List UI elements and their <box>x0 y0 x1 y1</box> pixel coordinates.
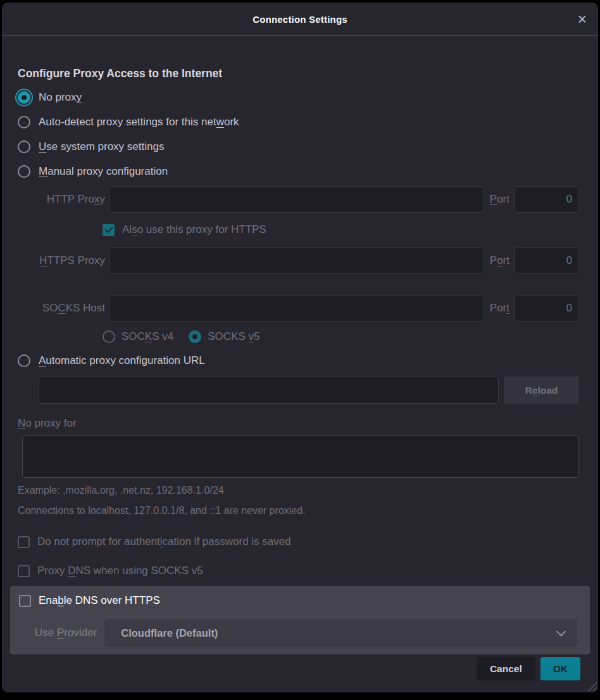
radio-auto-url-label: Automatic proxy configuration URL <box>39 354 205 367</box>
radio-auto-detect-label: Auto-detect proxy settings for this netw… <box>39 116 239 128</box>
page-title: Configure Proxy Access to the Internet <box>18 67 579 80</box>
no-proxy-example-text: Example: .mozilla.org, .net.nz, 192.168.… <box>18 485 579 496</box>
checkbox-enable-doh[interactable] <box>19 595 31 607</box>
close-icon[interactable]: × <box>577 11 587 27</box>
provider-dropdown[interactable]: Cloudflare (Default) <box>104 619 577 647</box>
reload-button[interactable]: Reload <box>504 377 579 404</box>
radio-no-proxy[interactable] <box>18 91 30 104</box>
radio-socks-v4[interactable] <box>103 330 115 343</box>
radio-manual-proxy[interactable] <box>18 165 30 178</box>
checkbox-also-https-label: Also use this proxy for HTTPS <box>122 223 266 236</box>
radio-auto-detect[interactable] <box>18 116 30 128</box>
no-proxy-for-textarea[interactable] <box>22 435 579 478</box>
checkbox-row-enable-doh[interactable]: Enable DNS over HTTPS <box>19 593 577 608</box>
socks-port-input[interactable] <box>514 295 579 322</box>
localhost-note-text: Connections to localhost, 127.0.0.1/8, a… <box>18 505 579 516</box>
http-proxy-input[interactable] <box>109 186 484 213</box>
radio-socks-v5[interactable] <box>189 330 201 343</box>
checkbox-enable-doh-label: Enable DNS over HTTPS <box>39 594 160 607</box>
https-proxy-input[interactable] <box>109 247 484 274</box>
radio-socks-v5-label: SOCKS v5 <box>208 330 259 343</box>
ok-button[interactable]: OK <box>541 657 580 680</box>
radio-row-auto-detect[interactable]: Auto-detect proxy settings for this netw… <box>18 115 579 130</box>
radio-system-proxy-label: Use system proxy settings <box>39 141 164 153</box>
radio-row-no-proxy[interactable]: No proxy <box>18 90 579 105</box>
connection-settings-dialog: Connection Settings × Configure Proxy Ac… <box>2 3 598 692</box>
auto-config-url-input[interactable] <box>39 377 499 404</box>
https-port-label: Port <box>484 254 514 267</box>
radio-row-manual-proxy[interactable]: Manual proxy configuration <box>18 164 579 179</box>
https-port-input[interactable] <box>514 247 579 274</box>
radio-auto-url[interactable] <box>18 354 30 367</box>
checkbox-no-prompt-auth-label: Do not prompt for authentication if pass… <box>37 535 291 548</box>
dialog-titlebar: Connection Settings × <box>2 3 598 36</box>
https-proxy-label: HTTPS Proxy <box>18 254 109 267</box>
radio-row-socks-v5[interactable]: SOCKS v5 <box>189 330 259 343</box>
checkbox-row-proxy-dns[interactable]: Proxy DNS when using SOCKS v5 <box>18 563 579 578</box>
checkbox-proxy-dns[interactable] <box>18 565 30 577</box>
dns-over-https-section: Enable DNS over HTTPS Use Provider Cloud… <box>10 586 590 654</box>
radio-row-system-proxy[interactable]: Use system proxy settings <box>18 139 579 154</box>
dialog-title: Connection Settings <box>253 14 347 25</box>
chevron-down-icon <box>556 626 566 636</box>
checkbox-also-https[interactable] <box>103 224 115 236</box>
checkbox-row-also-https[interactable]: Also use this proxy for HTTPS <box>103 222 579 237</box>
http-proxy-label: HTTP Proxy <box>18 193 109 206</box>
no-proxy-for-label: No proxy for <box>18 417 77 430</box>
socks-host-input[interactable] <box>109 295 484 322</box>
checkbox-proxy-dns-label: Proxy DNS when using SOCKS v5 <box>37 565 203 577</box>
checkbox-no-prompt-auth[interactable] <box>18 536 30 548</box>
radio-manual-proxy-label: Manual proxy configuration <box>39 165 168 178</box>
radio-no-proxy-label: No proxy <box>39 91 82 104</box>
radio-row-socks-v4[interactable]: SOCKS v4 <box>103 330 173 343</box>
http-port-input[interactable] <box>514 186 579 213</box>
resize-grip[interactable] <box>585 679 597 691</box>
socks-port-label: Port <box>484 302 514 315</box>
radio-system-proxy[interactable] <box>18 141 30 153</box>
radio-socks-v4-label: SOCKS v4 <box>122 330 173 343</box>
radio-row-auto-url[interactable]: Automatic proxy configuration URL <box>18 353 579 368</box>
use-provider-label: Use Provider <box>35 627 97 639</box>
cancel-button[interactable]: Cancel <box>477 657 535 680</box>
provider-dropdown-value: Cloudflare (Default) <box>121 627 558 639</box>
checkbox-row-no-prompt-auth[interactable]: Do not prompt for authentication if pass… <box>18 534 579 549</box>
http-port-label: Port <box>484 193 514 206</box>
socks-host-label: SOCKS Host <box>18 302 109 315</box>
